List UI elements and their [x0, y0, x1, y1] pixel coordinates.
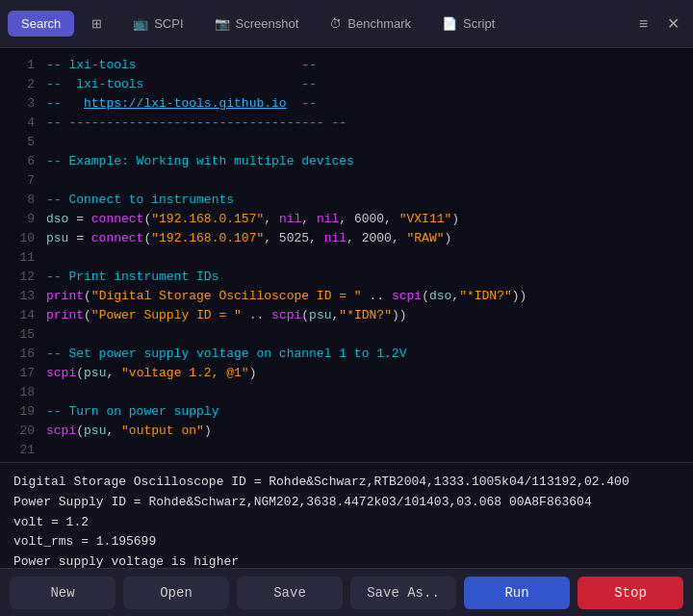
run-button[interactable]: Run [464, 577, 570, 609]
tab-benchmark-label: Benchmark [347, 16, 411, 31]
code-line: 14print("Power Supply ID = " .. scpi(psu… [0, 306, 693, 325]
scpi-icon: 📺 [133, 16, 148, 31]
tab-search-label: Search [21, 16, 61, 31]
code-line: 13print("Digital Storage Oscilloscope ID… [0, 287, 693, 306]
line-number: 1 [12, 56, 35, 75]
console-line: Digital Storage Oscilloscope ID = Rohde&… [13, 473, 680, 493]
main-content: 1-- lxi-tools --2-- lxi-tools --3-- http… [0, 48, 693, 568]
line-number: 19 [12, 402, 35, 422]
code-line: 2-- lxi-tools -- [0, 75, 693, 94]
line-number: 3 [12, 94, 35, 114]
code-line: 8-- Connect to instruments [0, 191, 693, 210]
stop-button[interactable]: Stop [578, 577, 683, 609]
code-line: 21 [0, 441, 693, 460]
line-content: print("Power Supply ID = " .. scpi(psu,"… [46, 306, 407, 325]
line-number: 8 [12, 191, 35, 210]
console-line: Power Supply ID = Rohde&Schwarz,NGM202,3… [13, 493, 680, 513]
screenshot-icon: 📷 [215, 16, 230, 31]
line-number: 21 [12, 441, 35, 460]
line-content: -- lxi-tools -- [46, 75, 317, 94]
code-line: 16-- Set power supply voltage on channel… [0, 345, 693, 364]
layout-icon: ⊞ [91, 16, 102, 31]
code-line: 4-- ---------------------------------- -… [0, 114, 693, 133]
line-number: 5 [12, 133, 35, 152]
code-line: 12-- Print instrument IDs [0, 268, 693, 287]
line-number: 13 [12, 287, 35, 306]
code-line: 1-- lxi-tools -- [0, 56, 693, 75]
line-content: -- Example: Working with multiple device… [46, 152, 354, 171]
script-icon: 📄 [442, 16, 457, 31]
code-line: 6-- Example: Working with multiple devic… [0, 152, 693, 171]
code-line: 11 [0, 248, 693, 268]
line-content: -- Print instrument IDs [46, 268, 218, 287]
code-line: 10psu = connect("192.168.0.107", 5025, n… [0, 229, 693, 248]
tab-script-label: Script [463, 16, 495, 31]
console-line: volt_rms = 1.195699 [13, 532, 680, 552]
tab-benchmark[interactable]: ⏱ Benchmark [316, 11, 424, 37]
line-number: 17 [12, 364, 35, 383]
console-output: Digital Storage Oscilloscope ID = Rohde&… [0, 462, 693, 568]
line-content: dso = connect("192.168.0.157", nil, nil,… [46, 210, 459, 229]
code-line: 17scpi(psu, "voltage 1.2, @1") [0, 364, 693, 383]
code-line: 9dso = connect("192.168.0.157", nil, nil… [0, 210, 693, 229]
tab-screenshot-label: Screenshot [236, 16, 299, 31]
save-as-button[interactable]: Save As.. [350, 577, 456, 609]
line-content: -- ---------------------------------- -- [46, 114, 346, 133]
line-content: scpi(psu, "output on") [46, 422, 212, 441]
line-number: 14 [12, 306, 35, 325]
console-line: Power supply voltage is higher [13, 552, 680, 568]
tab-script[interactable]: 📄 Script [428, 11, 508, 37]
tab-layout[interactable]: ⊞ [78, 11, 116, 37]
line-number: 7 [12, 171, 35, 191]
benchmark-icon: ⏱ [329, 16, 342, 31]
line-number: 12 [12, 268, 35, 287]
line-number: 6 [12, 152, 35, 171]
line-content: scpi(psu, "voltage 1.2, @1") [46, 364, 256, 383]
line-number: 2 [12, 75, 35, 94]
line-content: -- Connect to instruments [46, 191, 234, 210]
line-number: 4 [12, 114, 35, 133]
code-line: 18 [0, 383, 693, 402]
line-number: 20 [12, 422, 35, 441]
code-line: 5 [0, 133, 693, 152]
bottom-toolbar: New Open Save Save As.. Run Stop [0, 568, 693, 616]
line-number: 11 [12, 248, 35, 268]
tab-scpi-label: SCPI [154, 16, 183, 31]
close-button[interactable]: ✕ [661, 13, 685, 35]
line-content: print("Digital Storage Oscilloscope ID =… [46, 287, 526, 306]
line-content: psu = connect("192.168.0.107", 5025, nil… [46, 229, 451, 248]
line-content: -- Set power supply voltage on channel 1… [46, 345, 406, 364]
line-content: -- lxi-tools -- [46, 56, 317, 75]
console-line: volt = 1.2 [13, 513, 680, 533]
line-number: 18 [12, 383, 35, 402]
open-button[interactable]: Open [123, 577, 229, 609]
line-number: 15 [12, 325, 35, 345]
line-number: 10 [12, 229, 35, 248]
line-number: 9 [12, 210, 35, 229]
code-editor[interactable]: 1-- lxi-tools --2-- lxi-tools --3-- http… [0, 48, 693, 462]
code-line: 19-- Turn on power supply [0, 402, 693, 422]
code-line: 3-- https://lxi-tools.github.io -- [0, 94, 693, 114]
save-button[interactable]: Save [237, 577, 343, 609]
code-line: 15 [0, 325, 693, 345]
menu-button[interactable]: ≡ [633, 13, 654, 35]
menu-icon: ≡ [639, 15, 648, 32]
line-content: -- https://lxi-tools.github.io -- [46, 94, 317, 114]
code-line: 7 [0, 171, 693, 191]
titlebar-controls: ≡ ✕ [633, 13, 685, 35]
titlebar: Search ⊞ 📺 SCPI 📷 Screenshot ⏱ Benchmark… [0, 0, 693, 48]
tab-screenshot[interactable]: 📷 Screenshot [201, 11, 313, 37]
code-line: 20scpi(psu, "output on") [0, 422, 693, 441]
new-button[interactable]: New [10, 577, 116, 609]
line-number: 16 [12, 345, 35, 364]
line-content: -- Turn on power supply [46, 402, 218, 422]
tab-scpi[interactable]: 📺 SCPI [119, 11, 196, 37]
tab-search[interactable]: Search [8, 11, 74, 37]
close-icon: ✕ [667, 15, 680, 32]
